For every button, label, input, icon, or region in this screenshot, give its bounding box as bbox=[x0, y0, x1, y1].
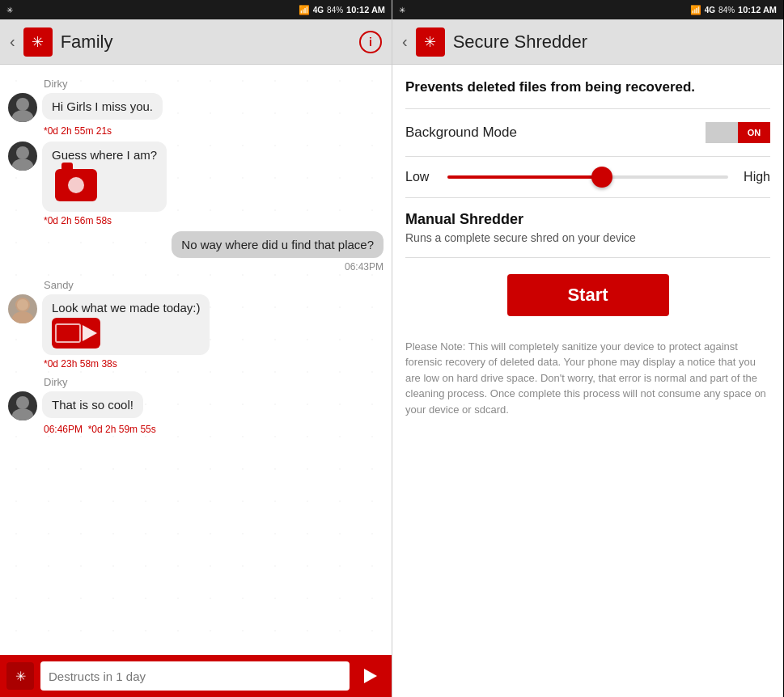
bubble-text-sandy: Look what we made today:) bbox=[52, 301, 200, 315]
right-time: 10:12 AM bbox=[738, 5, 777, 15]
message-row-outgoing: No way where did u find that place? bbox=[8, 231, 384, 258]
manual-shredder-section: Manual Shredder Runs a complete secure s… bbox=[405, 198, 770, 258]
sender-dirky-1: Dirky bbox=[44, 78, 384, 90]
intensity-slider-row: Low High bbox=[405, 157, 770, 198]
input-bar: ✳ bbox=[0, 655, 392, 697]
bubble-text-1: Hi Girls I miss you. bbox=[52, 99, 153, 113]
bubble-cool: That is so cool! bbox=[42, 391, 143, 418]
info-button[interactable]: i bbox=[359, 31, 382, 53]
timestamp-outgoing: 06:43PM bbox=[8, 261, 384, 272]
left-time: 10:12 AM bbox=[346, 5, 385, 15]
svg-point-7 bbox=[16, 396, 29, 409]
chat-area[interactable]: Dirky Hi Girls I miss you. *0d 2h 55m 21… bbox=[0, 65, 392, 655]
timestamp-2: *0d 2h 56m 58s bbox=[44, 215, 384, 226]
note-text: Please Note: This will completely saniti… bbox=[405, 332, 770, 425]
bubble-1: Hi Girls I miss you. bbox=[42, 93, 163, 120]
left-wifi-icon: 📶 bbox=[299, 5, 310, 15]
left-status-icon: ✳ bbox=[6, 6, 13, 15]
message-row: Look what we made today:) bbox=[8, 294, 384, 355]
svg-point-8 bbox=[12, 408, 33, 420]
right-wifi-icon: 📶 bbox=[690, 5, 701, 15]
svg-point-3 bbox=[12, 158, 33, 171]
bubble-text-2: Guess where I am? bbox=[52, 148, 157, 162]
manual-shredder-desc: Runs a complete secure shred on your dev… bbox=[405, 231, 770, 244]
background-mode-row: Background Mode ON bbox=[405, 109, 770, 157]
star-icon-left: ✳ bbox=[32, 33, 44, 51]
message-row: Hi Girls I miss you. bbox=[8, 93, 384, 122]
slider-low-label: Low bbox=[405, 170, 438, 184]
sender-sandy: Sandy bbox=[44, 279, 384, 291]
right-content: Prevents deleted files from being recove… bbox=[392, 65, 783, 697]
send-arrow-icon bbox=[364, 669, 377, 683]
avatar-dirky-3 bbox=[8, 391, 37, 420]
bubble-2: Guess where I am? bbox=[42, 142, 167, 212]
timestamp-sandy: *0d 23h 58m 38s bbox=[44, 358, 384, 370]
right-signal-label: 4G bbox=[705, 6, 715, 15]
svg-point-0 bbox=[16, 98, 29, 111]
video-icon bbox=[52, 318, 200, 348]
bubble-sandy: Look what we made today:) bbox=[42, 294, 210, 355]
toggle-on-part: ON bbox=[738, 122, 770, 143]
timestamp-1: *0d 2h 55m 21s bbox=[44, 125, 384, 137]
left-title: Family bbox=[61, 32, 351, 53]
app-icon-right: ✳ bbox=[416, 27, 445, 57]
right-back-button[interactable]: ‹ bbox=[402, 32, 408, 51]
bubble-text-cool: That is so cool! bbox=[52, 398, 133, 412]
left-battery-label: 84% bbox=[327, 6, 343, 15]
svg-point-2 bbox=[16, 146, 29, 159]
star-icon-right: ✳ bbox=[424, 33, 436, 51]
slider-high-label: High bbox=[738, 170, 770, 184]
input-icon-button[interactable]: ✳ bbox=[6, 662, 34, 690]
background-mode-label: Background Mode bbox=[405, 125, 517, 141]
camera-icon bbox=[52, 165, 100, 205]
left-signal-label: 4G bbox=[313, 6, 324, 15]
right-battery-label: 84% bbox=[718, 6, 735, 15]
right-panel: ✳ 📶 4G 84% 10:12 AM ‹ ✳ Secure Shredder … bbox=[392, 0, 783, 697]
back-button[interactable]: ‹ bbox=[10, 32, 15, 51]
sender-dirky-3: Dirky bbox=[44, 376, 384, 388]
message-row: That is so cool! bbox=[8, 391, 384, 420]
left-status-bar: ✳ 📶 4G 84% 10:12 AM bbox=[0, 0, 392, 19]
slider-track[interactable] bbox=[447, 175, 728, 179]
right-status-bar: ✳ 📶 4G 84% 10:12 AM bbox=[392, 0, 783, 19]
bubble-outgoing: No way where did u find that place? bbox=[172, 231, 384, 258]
description-text: Prevents deleted files from being recove… bbox=[405, 78, 770, 109]
left-panel: ✳ 📶 4G 84% 10:12 AM ‹ ✳ Family i Dirky H… bbox=[0, 0, 392, 697]
slider-fill bbox=[447, 175, 602, 179]
toggle-container[interactable]: ON bbox=[706, 122, 770, 143]
send-button[interactable] bbox=[356, 661, 385, 691]
message-input[interactable] bbox=[40, 661, 350, 691]
avatar-sandy bbox=[8, 294, 37, 323]
left-toolbar: ‹ ✳ Family i bbox=[0, 19, 392, 65]
svg-point-1 bbox=[12, 110, 33, 122]
start-button[interactable]: Start bbox=[507, 274, 669, 316]
svg-point-5 bbox=[12, 311, 33, 323]
timestamp-cool: 06:46PM *0d 2h 59m 55s bbox=[44, 424, 384, 435]
input-star-icon: ✳ bbox=[15, 669, 26, 684]
slider-thumb[interactable] bbox=[591, 167, 612, 188]
right-title: Secure Shredder bbox=[453, 32, 773, 53]
message-row: Guess where I am? bbox=[8, 142, 384, 212]
bubble-text-outgoing: No way where did u find that place? bbox=[181, 238, 374, 251]
app-icon-left: ✳ bbox=[23, 27, 53, 57]
avatar-dirky-1 bbox=[8, 93, 37, 122]
avatar-dirky-2 bbox=[8, 142, 37, 171]
manual-shredder-title: Manual Shredder bbox=[405, 211, 770, 228]
right-status-icon: ✳ bbox=[399, 6, 405, 15]
svg-point-6 bbox=[17, 299, 28, 310]
right-toolbar: ‹ ✳ Secure Shredder bbox=[392, 19, 783, 65]
toggle-off-part bbox=[706, 122, 738, 143]
